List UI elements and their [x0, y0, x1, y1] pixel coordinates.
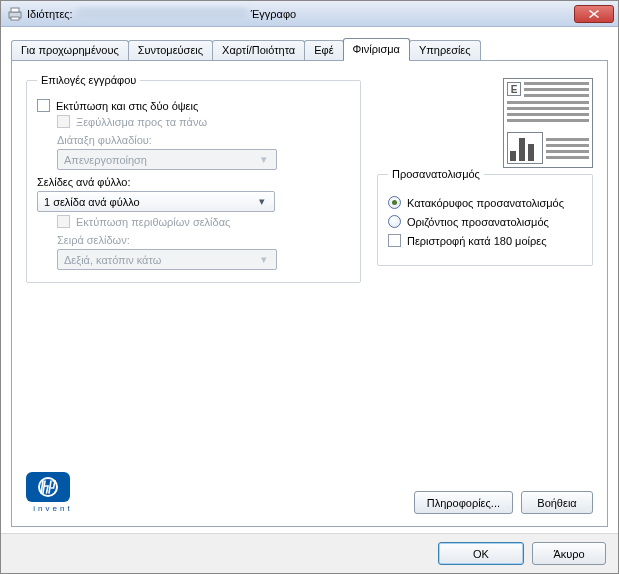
document-options-legend: Επιλογές εγγράφου: [37, 74, 140, 86]
portrait-radio[interactable]: [388, 196, 401, 209]
close-button[interactable]: [574, 5, 614, 23]
hp-logo-text: invent: [26, 504, 80, 513]
tab-advanced[interactable]: Για προχωρημένους: [11, 40, 129, 60]
ok-button[interactable]: OK: [438, 542, 524, 565]
booklet-layout-value: Απενεργοποίηση: [64, 154, 147, 166]
page-order-value: Δεξιά, κατόπιν κάτω: [64, 254, 161, 266]
flip-up-checkbox: [57, 115, 70, 128]
printer-icon: [7, 7, 23, 21]
chevron-down-icon: ▾: [256, 153, 272, 166]
tab-shortcuts[interactable]: Συντομεύσεις: [128, 40, 213, 60]
preview-corner: E: [507, 82, 521, 96]
info-button[interactable]: Πληροφορίες...: [414, 491, 513, 514]
booklet-layout-combo: Απενεργοποίηση ▾: [57, 149, 277, 170]
document-options-group: Επιλογές εγγράφου Εκτύπωση και στις δύο …: [26, 74, 361, 283]
tab-strip: Για προχωρημένους Συντομεύσεις Χαρτί/Ποι…: [11, 37, 608, 60]
portrait-label: Κατακόρυφος προσανατολισμός: [407, 197, 564, 209]
title-device-name: [77, 8, 247, 20]
tab-services[interactable]: Υπηρεσίες: [409, 40, 481, 60]
close-icon: [589, 10, 599, 18]
help-button[interactable]: Βοήθεια: [521, 491, 593, 514]
title-suffix: Έγγραφο: [251, 8, 297, 20]
chevron-down-icon: ▾: [254, 195, 270, 208]
dialog-button-row: OK Άκυρο: [1, 533, 618, 573]
flip-up-label: Ξεφύλλισμα προς τα πάνω: [76, 116, 207, 128]
orientation-legend: Προσανατολισμός: [388, 168, 484, 180]
print-borders-label: Εκτύπωση περιθωρίων σελίδας: [76, 216, 230, 228]
cancel-button[interactable]: Άκυρο: [532, 542, 606, 565]
booklet-layout-label: Διάταξη φυλλαδίου:: [57, 134, 350, 146]
orientation-group: Προσανατολισμός Κατακόρυφος προσανατολισ…: [377, 168, 593, 266]
page-preview: E: [503, 78, 593, 168]
pages-per-sheet-combo[interactable]: 1 σελίδα ανά φύλλο ▾: [37, 191, 275, 212]
hp-logo: invent: [26, 472, 80, 516]
page-order-label: Σειρά σελίδων:: [57, 234, 350, 246]
svg-rect-2: [11, 17, 19, 20]
titlebar: Ιδιότητες: Έγγραφο: [1, 1, 618, 27]
tab-finishing[interactable]: Φινίρισμα: [343, 38, 410, 60]
rotate-180-label: Περιστροφή κατά 180 μοίρες: [407, 235, 546, 247]
tab-paper-quality[interactable]: Χαρτί/Ποιότητα: [212, 40, 305, 60]
printer-properties-dialog: Ιδιότητες: Έγγραφο Για προχωρημένους Συν…: [0, 0, 619, 574]
svg-rect-1: [11, 8, 19, 12]
rotate-180-checkbox[interactable]: [388, 234, 401, 247]
pages-per-sheet-label: Σελίδες ανά φύλλο:: [37, 176, 350, 188]
print-both-sides-checkbox[interactable]: [37, 99, 50, 112]
chart-icon: [507, 132, 543, 164]
chevron-down-icon: ▾: [256, 253, 272, 266]
title-prefix: Ιδιότητες:: [27, 8, 73, 20]
page-order-combo: Δεξιά, κατόπιν κάτω ▾: [57, 249, 277, 270]
tab-panel-finishing: Επιλογές εγγράφου Εκτύπωση και στις δύο …: [11, 60, 608, 527]
tab-effects[interactable]: Εφέ: [304, 40, 343, 60]
print-borders-checkbox: [57, 215, 70, 228]
pages-per-sheet-value: 1 σελίδα ανά φύλλο: [44, 196, 140, 208]
landscape-label: Οριζόντιος προσανατολισμός: [407, 216, 549, 228]
landscape-radio[interactable]: [388, 215, 401, 228]
print-both-sides-label: Εκτύπωση και στις δύο όψεις: [56, 100, 198, 112]
